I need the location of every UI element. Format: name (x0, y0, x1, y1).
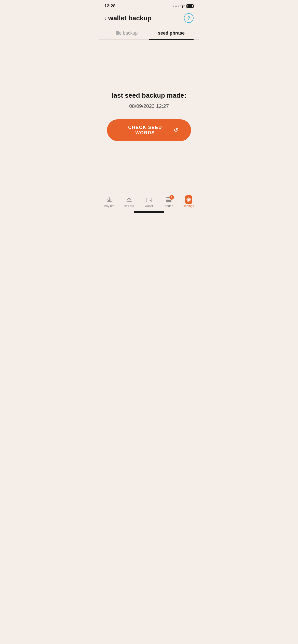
nav-item-wallet[interactable]: wallet (139, 196, 159, 208)
svg-rect-4 (166, 200, 171, 201)
wallet-icon (145, 196, 153, 203)
settings-icon (185, 196, 192, 203)
status-time: 12:28 (104, 4, 115, 9)
nav-item-buy-btc[interactable]: buy btc (99, 196, 119, 208)
home-indicator (134, 211, 164, 213)
sell-btc-label: sell btc (124, 204, 134, 208)
battery-icon (186, 4, 194, 8)
wallet-label: wallet (145, 204, 153, 208)
check-seed-label: CHECK SEED WORDS (120, 125, 171, 136)
status-bar: 12:28 (99, 0, 199, 11)
settings-label: settings (183, 204, 194, 208)
header-left: ‹ wallet backup (104, 14, 152, 22)
nav-item-sell-btc[interactable]: sell btc (119, 196, 139, 208)
check-seed-words-button[interactable]: CHECK SEED WORDS ↺ (107, 119, 191, 141)
question-mark-icon: ? (187, 16, 190, 21)
trades-badge: 1 (169, 195, 174, 200)
trades-label: trades (165, 204, 173, 208)
backup-date: 08/09/2023 12:27 (112, 103, 186, 109)
page-title: wallet backup (108, 14, 152, 22)
tab-seed-phrase[interactable]: seed phrase (149, 27, 194, 39)
svg-rect-1 (150, 200, 151, 201)
buy-btc-icon (106, 196, 113, 203)
wifi-icon (180, 5, 185, 8)
tabs-container: file backup seed phrase (99, 27, 199, 40)
refresh-icon: ↺ (174, 127, 179, 133)
nav-item-settings[interactable]: settings (179, 196, 199, 208)
sell-btc-icon (126, 196, 133, 203)
bottom-nav: buy btc sell btc wallet 1 (99, 193, 199, 210)
backup-info: last seed backup made: 08/09/2023 12:27 (112, 91, 186, 109)
back-button[interactable]: ‹ (104, 15, 106, 21)
main-content: last seed backup made: 08/09/2023 12:27 … (99, 40, 199, 193)
svg-rect-5 (166, 201, 171, 202)
header: ‹ wallet backup ? (99, 11, 199, 27)
status-icons (173, 4, 194, 8)
trades-icon: 1 (165, 196, 172, 203)
tab-file-backup[interactable]: file backup (104, 27, 149, 39)
backup-title: last seed backup made: (112, 91, 186, 100)
signal-icon (173, 6, 179, 7)
nav-item-trades[interactable]: 1 trades (159, 196, 179, 208)
buy-btc-label: buy btc (104, 204, 114, 208)
help-button[interactable]: ? (184, 13, 194, 23)
